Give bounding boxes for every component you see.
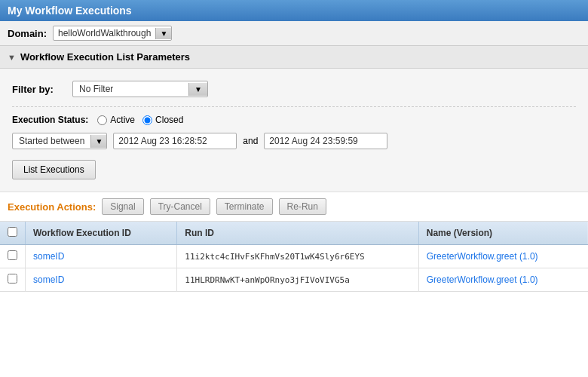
date-row: Started between ▼ and xyxy=(12,130,576,157)
name-version-cell-0[interactable]: GreeterWorkflow.greet (1.0) xyxy=(418,245,588,268)
domain-select[interactable]: helloWorldWalkthrough ▼ xyxy=(53,26,172,41)
started-dropdown-btn[interactable]: ▼ xyxy=(90,135,106,148)
started-between-text: Started between xyxy=(13,133,90,149)
title-text: My Workflow Executions xyxy=(8,5,132,17)
active-radio-item[interactable]: Active xyxy=(97,115,135,125)
filter-value: No Filter xyxy=(73,81,188,97)
row-checkbox-cell[interactable] xyxy=(0,245,26,268)
row-checkbox-0[interactable] xyxy=(8,250,17,260)
params-body: Filter by: No Filter ▼ Execution Status:… xyxy=(0,69,588,192)
active-radio[interactable] xyxy=(97,115,107,125)
workflow-exec-id-cell[interactable]: someID xyxy=(26,268,177,292)
collapse-icon: ▼ xyxy=(8,53,16,62)
run-id-header: Run ID xyxy=(177,222,418,245)
date-from-input[interactable] xyxy=(113,133,237,149)
domain-label: Domain: xyxy=(8,28,47,39)
closed-radio-label: Closed xyxy=(155,115,183,125)
row-checkbox-1[interactable] xyxy=(8,274,17,284)
filter-dropdown-btn[interactable]: ▼ xyxy=(188,83,207,96)
active-radio-label: Active xyxy=(110,115,135,125)
execution-actions-bar: Execution Actions: Signal Try-Cancel Ter… xyxy=(0,192,588,222)
started-between-select[interactable]: Started between ▼ xyxy=(12,133,107,149)
name-version-link-0[interactable]: GreeterWorkflow.greet (1.0) xyxy=(427,251,538,262)
params-header[interactable]: ▼ Workflow Execution List Parameters xyxy=(0,46,588,69)
workflow-execution-id-header: Workflow Execution ID xyxy=(26,222,177,245)
run-id-cell-0: 11i2ktc4cIHvFsKFhmVs20T1wK4Sly6r6EYS xyxy=(177,245,418,268)
signal-button[interactable]: Signal xyxy=(102,198,143,215)
filter-row: Filter by: No Filter ▼ xyxy=(12,78,576,107)
execution-status-label: Execution Status: xyxy=(12,115,88,125)
table-header-row: Workflow Execution ID Run ID Name (Versi… xyxy=(0,222,588,245)
and-label: and xyxy=(243,136,258,146)
filter-by-label: Filter by: xyxy=(12,84,65,95)
try-cancel-button[interactable]: Try-Cancel xyxy=(150,198,210,215)
terminate-button[interactable]: Terminate xyxy=(216,198,273,215)
execution-status-row: Execution Status: Active Closed xyxy=(12,107,576,130)
workflow-exec-id-cell[interactable]: someID xyxy=(26,245,177,268)
params-panel: ▼ Workflow Execution List Parameters Fil… xyxy=(0,46,588,192)
workflow-executions-table: Workflow Execution ID Run ID Name (Versi… xyxy=(0,222,588,292)
domain-value: helloWorldWalkthrough xyxy=(54,26,155,40)
list-executions-button[interactable]: List Executions xyxy=(12,160,96,179)
table-row: someID 11i2ktc4cIHvFsKFhmVs20T1wK4Sly6r6… xyxy=(0,245,588,268)
closed-radio-item[interactable]: Closed xyxy=(142,115,183,125)
domain-dropdown-btn[interactable]: ▼ xyxy=(155,28,171,39)
check-all-checkbox[interactable] xyxy=(8,227,17,237)
run-id-cell-1: 11HLRDRNwKT+anWpORnyo3jFIVoVIVG5a xyxy=(177,268,418,292)
name-version-link-1[interactable]: GreeterWorkflow.greet (1.0) xyxy=(427,274,538,285)
date-to-input[interactable] xyxy=(264,133,387,149)
name-version-header: Name (Version) xyxy=(418,222,588,245)
page-title: My Workflow Executions xyxy=(0,0,588,21)
re-run-button[interactable]: Re-Run xyxy=(279,198,326,215)
workflow-exec-id-link-0[interactable]: someID xyxy=(33,251,64,262)
execution-actions-label: Execution Actions: xyxy=(8,201,96,213)
status-radio-group: Active Closed xyxy=(97,115,183,125)
domain-bar: Domain: helloWorldWalkthrough ▼ xyxy=(0,21,588,46)
name-version-cell-1[interactable]: GreeterWorkflow.greet (1.0) xyxy=(418,268,588,292)
row-checkbox-cell[interactable] xyxy=(0,268,26,292)
closed-radio[interactable] xyxy=(142,115,152,125)
table-row: someID 11HLRDRNwKT+anWpORnyo3jFIVoVIVG5a… xyxy=(0,268,588,292)
params-header-label: Workflow Execution List Parameters xyxy=(20,51,190,63)
check-all-header[interactable] xyxy=(0,222,26,245)
workflow-exec-id-link-1[interactable]: someID xyxy=(33,274,64,285)
filter-select[interactable]: No Filter ▼ xyxy=(72,81,208,97)
